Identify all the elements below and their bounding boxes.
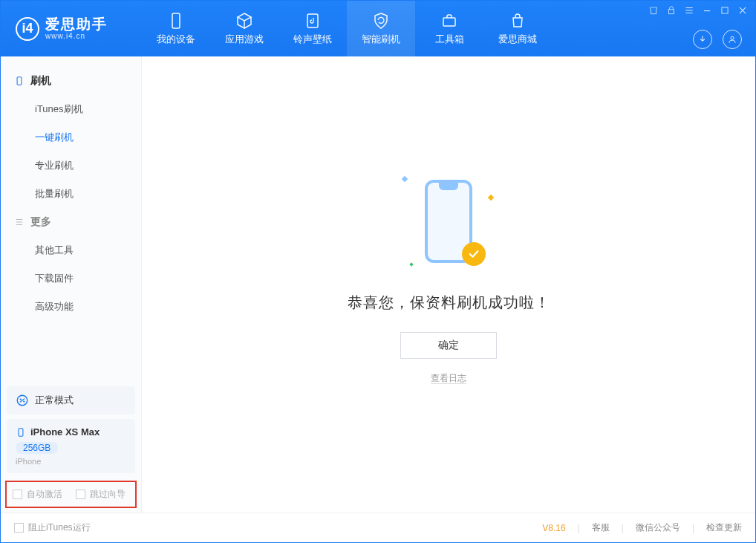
sidebar-item-batch-flash[interactable]: 批量刷机 — [1, 180, 141, 208]
mode-label: 正常模式 — [35, 394, 74, 407]
bag-icon — [509, 12, 527, 30]
checkbox-label: 阻止iTunes运行 — [28, 521, 91, 534]
checkbox-label: 跳过向导 — [90, 488, 126, 501]
header-action-buttons — [693, 30, 742, 49]
minimize-icon[interactable] — [702, 5, 712, 16]
logo-title: 爱思助手 — [45, 17, 108, 33]
device-storage-badge: 256GB — [16, 442, 58, 454]
shield-refresh-icon — [372, 12, 390, 30]
success-message: 恭喜您，保资料刷机成功啦！ — [348, 293, 550, 313]
mode-normal-icon — [16, 394, 29, 407]
tab-label: 智能刷机 — [362, 33, 400, 46]
device-card[interactable]: iPhone XS Max 256GB iPhone — [7, 419, 135, 473]
svg-rect-0 — [172, 13, 180, 28]
tab-label: 我的设备 — [157, 33, 195, 46]
svg-rect-10 — [19, 428, 23, 436]
logo-subtitle: www.i4.cn — [45, 32, 108, 40]
maximize-icon[interactable] — [720, 5, 730, 16]
version-label: V8.16 — [542, 523, 565, 533]
list-icon — [14, 217, 25, 227]
svg-rect-2 — [443, 18, 455, 26]
sparkle-icon — [488, 195, 494, 201]
cube-icon — [235, 12, 253, 30]
svg-rect-1 — [307, 14, 318, 27]
check-circle-icon — [462, 242, 486, 266]
device-name-label: iPhone XS Max — [30, 426, 100, 438]
main-content: 恭喜您，保资料刷机成功啦！ 确定 查看日志 — [142, 56, 755, 513]
main-tabs: 我的设备 应用游戏 铃声壁纸 智能刷机 工具箱 爱思商城 — [142, 1, 552, 56]
svg-point-5 — [731, 36, 734, 39]
body: 刷机 iTunes刷机 一键刷机 专业刷机 批量刷机 更多 其他工具 下载固件 … — [1, 56, 755, 513]
close-icon[interactable] — [737, 5, 748, 16]
download-button[interactable] — [693, 30, 712, 49]
sidebar-item-itunes-flash[interactable]: iTunes刷机 — [1, 95, 141, 123]
window-controls-top — [648, 5, 748, 16]
group-label: 刷机 — [30, 74, 51, 88]
tab-ringtones[interactable]: 铃声壁纸 — [278, 1, 347, 56]
phone-outline-icon — [14, 76, 25, 86]
svg-rect-4 — [722, 7, 728, 13]
sparkle-icon — [409, 262, 414, 267]
svg-point-9 — [23, 400, 25, 402]
view-log-link[interactable]: 查看日志 — [431, 372, 466, 385]
sidebar-item-other-tools[interactable]: 其他工具 — [1, 236, 141, 264]
device-phone-icon — [16, 427, 26, 438]
tab-label: 铃声壁纸 — [293, 33, 332, 46]
tab-label: 工具箱 — [435, 33, 464, 46]
checkbox-label: 自动激活 — [27, 488, 62, 501]
flash-options-highlight: 自动激活 跳过向导 — [5, 481, 137, 508]
sidebar: 刷机 iTunes刷机 一键刷机 专业刷机 批量刷机 更多 其他工具 下载固件 … — [1, 56, 142, 513]
separator: | — [622, 523, 624, 533]
music-file-icon — [304, 12, 322, 30]
separator: | — [578, 523, 580, 533]
app-header: i4 爱思助手 www.i4.cn 我的设备 应用游戏 铃声壁纸 智能刷机 工具… — [1, 1, 755, 56]
tab-store[interactable]: 爱思商城 — [483, 1, 552, 56]
svg-point-8 — [20, 398, 22, 400]
tab-label: 爱思商城 — [498, 33, 537, 46]
sidebar-item-pro-flash[interactable]: 专业刷机 — [1, 152, 141, 180]
sidebar-group-flash: 刷机 — [1, 67, 141, 95]
checkbox-box-icon — [14, 523, 24, 533]
separator: | — [692, 523, 694, 533]
logo-block: i4 爱思助手 www.i4.cn — [1, 1, 142, 56]
logo-icon: i4 — [16, 17, 39, 41]
phone-icon — [167, 12, 185, 30]
success-illustration — [397, 169, 501, 273]
sidebar-group-more: 更多 — [1, 208, 141, 236]
svg-rect-6 — [17, 77, 22, 85]
checkbox-block-itunes[interactable]: 阻止iTunes运行 — [14, 521, 91, 534]
tshirt-icon[interactable] — [648, 5, 659, 16]
checkbox-skip-guide[interactable]: 跳过向导 — [76, 488, 126, 501]
sidebar-item-oneclick-flash[interactable]: 一键刷机 — [1, 123, 141, 152]
device-type-label: iPhone — [16, 457, 126, 466]
svg-rect-3 — [669, 10, 674, 14]
user-button[interactable] — [723, 30, 742, 49]
checkbox-auto-activate[interactable]: 自动激活 — [13, 488, 62, 501]
sidebar-item-advanced[interactable]: 高级功能 — [1, 293, 141, 321]
footer-link-wechat[interactable]: 微信公众号 — [636, 521, 680, 534]
status-bar: 阻止iTunes运行 V8.16 | 客服 | 微信公众号 | 检查更新 — [1, 513, 755, 542]
toolbox-icon — [440, 12, 458, 30]
tab-apps[interactable]: 应用游戏 — [210, 1, 278, 56]
sparkle-icon — [402, 176, 408, 182]
tab-toolbox[interactable]: 工具箱 — [415, 1, 483, 56]
footer-link-service[interactable]: 客服 — [592, 521, 610, 534]
tab-my-device[interactable]: 我的设备 — [142, 1, 210, 56]
ok-button[interactable]: 确定 — [400, 332, 497, 359]
lock-icon[interactable] — [666, 5, 677, 16]
sidebar-item-download-firmware[interactable]: 下载固件 — [1, 264, 141, 293]
checkbox-box-icon — [13, 490, 22, 499]
checkbox-box-icon — [76, 490, 85, 499]
tab-label: 应用游戏 — [225, 33, 264, 46]
tab-smart-flash[interactable]: 智能刷机 — [347, 1, 415, 56]
mode-card[interactable]: 正常模式 — [7, 386, 135, 414]
group-label: 更多 — [30, 215, 51, 229]
menu-icon[interactable] — [684, 5, 694, 16]
footer-link-update[interactable]: 检查更新 — [706, 521, 742, 534]
